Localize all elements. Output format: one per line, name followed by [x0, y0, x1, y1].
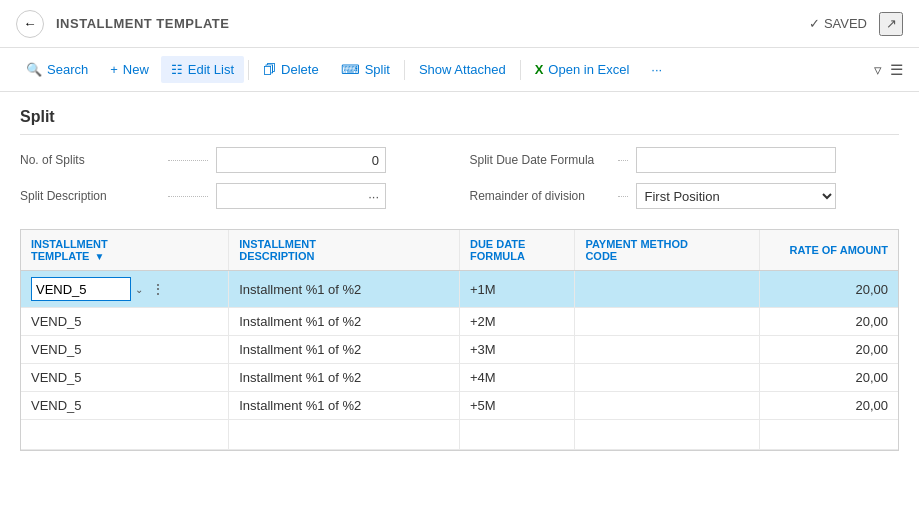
split-description-label: Split Description [20, 189, 160, 203]
col-installment-description: INSTALLMENTDESCRIPTION [229, 230, 460, 271]
edit-list-button[interactable]: ☷ Edit List [161, 56, 244, 83]
col-payment-method-code: PAYMENT METHODCODE [575, 230, 760, 271]
table-header-row: INSTALLMENTTEMPLATE ▼ INSTALLMENTDESCRIP… [21, 230, 898, 271]
saved-label: SAVED [824, 16, 867, 31]
excel-icon: X [535, 62, 544, 77]
no-of-splits-input[interactable] [216, 147, 386, 173]
table-row: VEND_5Installment %1 of %2+3M20,00 [21, 336, 898, 364]
cell-installment-description: Installment %1 of %2 [229, 271, 460, 308]
cell-rate-of-amount: 20,00 [760, 308, 899, 336]
expand-button[interactable]: ↗ [879, 12, 903, 36]
remainder-of-division-row: Remainder of division First Position Las… [470, 183, 900, 209]
cell-payment-method-code [575, 392, 760, 420]
col-installment-template: INSTALLMENTTEMPLATE ▼ [21, 230, 229, 271]
cell-installment-template[interactable]: VEND_5 [21, 364, 229, 392]
header: ← INSTALLMENT TEMPLATE ✓ SAVED ↗ [0, 0, 919, 48]
saved-status: ✓ SAVED [809, 16, 867, 31]
back-icon: ← [23, 16, 36, 31]
row-options-icon[interactable]: ⋮ [151, 281, 165, 297]
show-attached-label: Show Attached [419, 62, 506, 77]
col-rate-of-amount: RATE OF AMOUNT [760, 230, 899, 271]
delete-label: Delete [281, 62, 319, 77]
split-due-date-formula-row: Split Due Date Formula [470, 147, 900, 173]
separator-3 [520, 60, 521, 80]
remainder-of-division-select[interactable]: First Position Last Position Proportiona… [636, 183, 836, 209]
main-content: Split No. of Splits Split Due Date Formu… [0, 92, 919, 467]
cell-rate-of-amount: 20,00 [760, 336, 899, 364]
delete-button[interactable]: 🗍 Delete [253, 56, 329, 83]
installment-template-input[interactable] [31, 277, 131, 301]
toolbar: 🔍 Search + New ☷ Edit List 🗍 Delete ⌨ Sp… [0, 48, 919, 92]
cell-installment-description: Installment %1 of %2 [229, 336, 460, 364]
search-button[interactable]: 🔍 Search [16, 56, 98, 83]
split-form: No. of Splits Split Due Date Formula Spl… [20, 147, 899, 209]
cell-due-date-formula: +2M [459, 308, 574, 336]
edit-list-icon: ☷ [171, 62, 183, 77]
cell-installment-template[interactable]: VEND_5 [21, 336, 229, 364]
cell-due-date-formula: +4M [459, 364, 574, 392]
page-title: INSTALLMENT TEMPLATE [56, 16, 809, 31]
no-of-splits-label: No. of Splits [20, 153, 160, 167]
new-button[interactable]: + New [100, 56, 159, 83]
table-row: VEND_5Installment %1 of %2+5M20,00 [21, 392, 898, 420]
table-row: VEND_5Installment %1 of %2+4M20,00 [21, 364, 898, 392]
list-icon[interactable]: ☰ [890, 61, 903, 79]
table-row: ⌄ ⋮ Installment %1 of %2+1M20,00 [21, 271, 898, 308]
cell-installment-template[interactable]: VEND_5 [21, 308, 229, 336]
back-button[interactable]: ← [16, 10, 44, 38]
cell-installment-template: ⌄ ⋮ [21, 271, 229, 308]
split-section-title: Split [20, 108, 899, 135]
split-description-input[interactable]: ··· [216, 183, 386, 209]
cell-due-date-formula: +5M [459, 392, 574, 420]
split-due-date-formula-input[interactable] [636, 147, 836, 173]
show-attached-button[interactable]: Show Attached [409, 56, 516, 83]
new-label: New [123, 62, 149, 77]
cell-payment-method-code [575, 336, 760, 364]
chevron-down-icon[interactable]: ⌄ [135, 284, 143, 295]
cell-payment-method-code [575, 308, 760, 336]
no-of-splits-row: No. of Splits [20, 147, 450, 173]
table-row: VEND_5Installment %1 of %2+2M20,00 [21, 308, 898, 336]
cell-due-date-formula: +3M [459, 336, 574, 364]
cell-rate-of-amount: 20,00 [760, 364, 899, 392]
filter-arrow-icon: ▼ [95, 251, 105, 262]
more-button[interactable]: ··· [641, 56, 672, 83]
checkmark-icon: ✓ [809, 16, 820, 31]
separator-2 [404, 60, 405, 80]
cell-installment-template[interactable]: VEND_5 [21, 392, 229, 420]
filter-icon[interactable]: ▿ [874, 61, 882, 79]
more-label: ··· [651, 62, 662, 77]
plus-icon: + [110, 62, 118, 77]
split-due-date-formula-label: Split Due Date Formula [470, 153, 610, 167]
cell-due-date-formula: +1M [459, 271, 574, 308]
remainder-of-division-label: Remainder of division [470, 189, 610, 203]
cell-payment-method-code [575, 364, 760, 392]
empty-table-row [21, 420, 898, 450]
split-button[interactable]: ⌨ Split [331, 56, 400, 83]
search-label: Search [47, 62, 88, 77]
cell-installment-description: Installment %1 of %2 [229, 308, 460, 336]
cell-rate-of-amount: 20,00 [760, 392, 899, 420]
cell-rate-of-amount: 20,00 [760, 271, 899, 308]
cell-payment-method-code [575, 271, 760, 308]
cell-installment-description: Installment %1 of %2 [229, 364, 460, 392]
col-due-date-formula: DUE DATEFORMULA [459, 230, 574, 271]
split-icon: ⌨ [341, 62, 360, 77]
edit-list-label: Edit List [188, 62, 234, 77]
installment-table: INSTALLMENTTEMPLATE ▼ INSTALLMENTDESCRIP… [20, 229, 899, 451]
toolbar-right: ▿ ☰ [874, 61, 903, 79]
separator-1 [248, 60, 249, 80]
open-in-excel-button[interactable]: X Open in Excel [525, 56, 640, 83]
expand-icon: ↗ [886, 16, 897, 31]
delete-icon: 🗍 [263, 62, 276, 77]
split-label: Split [365, 62, 390, 77]
cell-installment-description: Installment %1 of %2 [229, 392, 460, 420]
search-icon: 🔍 [26, 62, 42, 77]
open-in-excel-label: Open in Excel [548, 62, 629, 77]
split-description-row: Split Description ··· [20, 183, 450, 209]
